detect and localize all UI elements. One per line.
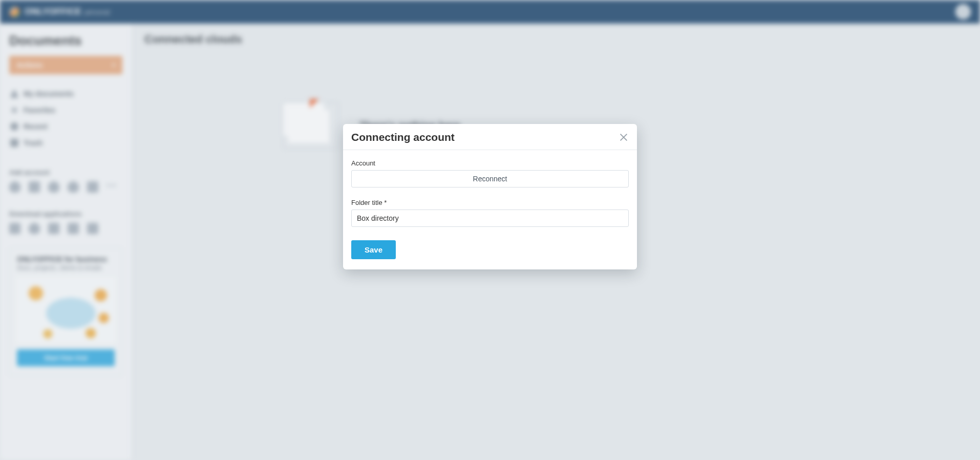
modal-body: Account Reconnect Folder title * Save	[343, 150, 637, 269]
save-button[interactable]: Save	[351, 240, 396, 259]
account-label: Account	[351, 159, 629, 167]
modal-title: Connecting account	[351, 131, 455, 143]
modal-header: Connecting account	[343, 124, 637, 150]
modal-overlay: Connecting account Account Reconnect Fol…	[0, 0, 980, 460]
connecting-account-modal: Connecting account Account Reconnect Fol…	[343, 124, 637, 269]
folder-title-label: Folder title *	[351, 199, 629, 206]
close-icon[interactable]	[619, 132, 629, 142]
folder-title-input[interactable]	[351, 210, 629, 227]
reconnect-button[interactable]: Reconnect	[351, 170, 629, 187]
